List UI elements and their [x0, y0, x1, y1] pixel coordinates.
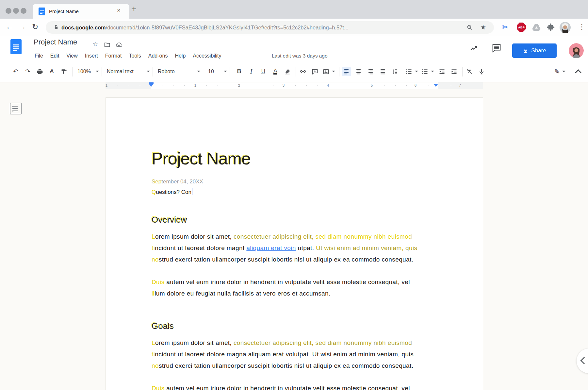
back-button[interactable]: ←: [6, 23, 13, 31]
adblock-extension-icon[interactable]: ABP: [517, 23, 526, 32]
show-outline-button[interactable]: [10, 103, 22, 114]
undo-button[interactable]: ↶: [11, 67, 20, 76]
document-title-field[interactable]: Project Name: [34, 38, 77, 46]
last-edit-link[interactable]: Last edit was 3 days ago: [272, 53, 328, 59]
zoom-select[interactable]: 100%: [75, 67, 101, 76]
new-tab-button[interactable]: +: [131, 4, 137, 14]
chevron-down-icon: [562, 71, 565, 72]
ruler-tick: [262, 85, 262, 86]
doc-link[interactable]: aliquam erat voin: [246, 245, 296, 251]
italic-button[interactable]: I: [247, 67, 256, 76]
paint-format-button[interactable]: [59, 67, 69, 76]
collapse-toolbar-button[interactable]: [574, 67, 583, 76]
menu-item-help[interactable]: Help: [171, 52, 189, 59]
ruler-tick: [218, 85, 218, 86]
doc-text-segment: L: [152, 339, 155, 346]
forward-button[interactable]: →: [19, 23, 26, 31]
menu-item-accessibility[interactable]: Accessibility: [189, 52, 225, 59]
menu-item-tools[interactable]: Tools: [125, 52, 144, 59]
reload-button[interactable]: ↻: [32, 23, 38, 31]
drive-extension-icon[interactable]: [532, 23, 541, 32]
right-indent-marker[interactable]: [433, 84, 438, 87]
align-justify-button[interactable]: [378, 67, 387, 76]
doc-text-segment: ncidunt ut laoreet dolore magnf: [155, 245, 246, 251]
star-document-icon[interactable]: ☆: [92, 40, 98, 48]
window-zoom-button[interactable]: [21, 8, 26, 14]
side-panel-open-button[interactable]: [577, 348, 588, 373]
ruler-tick: [384, 85, 384, 86]
increase-indent-button[interactable]: [449, 67, 459, 76]
insights-trending-icon[interactable]: [469, 44, 479, 53]
cloud-saved-icon[interactable]: [116, 42, 122, 48]
ruler-left-margin: [106, 82, 151, 89]
align-right-button[interactable]: [366, 67, 375, 76]
move-folder-icon[interactable]: [104, 42, 110, 48]
left-indent-marker[interactable]: [149, 82, 154, 87]
font-family-select[interactable]: Roboto: [155, 67, 202, 76]
ruler-number: 1: [194, 83, 196, 87]
browser-tab[interactable]: Project Name ×: [33, 4, 129, 19]
document-page[interactable]: Project Name September 04, 20XX Question…: [106, 97, 483, 390]
doc-text-segment: consectetuer adipiscing elit,: [234, 233, 316, 240]
paragraph-style-select[interactable]: Normal text: [104, 67, 152, 76]
browser-toolbar: ← → ↻ docs.google.com/document/d/1olcn-5…: [0, 19, 588, 36]
editing-mode-button[interactable]: ✎: [552, 67, 567, 76]
extensions-puzzle-icon[interactable]: [546, 23, 555, 32]
insert-image-button[interactable]: [322, 67, 335, 76]
zoom-out-icon[interactable]: [466, 24, 473, 31]
scissors-extension-icon[interactable]: ✂: [502, 23, 508, 32]
window-close-button[interactable]: [6, 8, 11, 14]
voice-typing-mic-button[interactable]: [477, 67, 486, 76]
ruler-number: 2: [238, 83, 240, 87]
ruler-tick: [406, 85, 407, 86]
ruler[interactable]: 11234567: [0, 82, 588, 89]
doc-line: tincidunt ut laoreet dolore magnf aliqua…: [152, 242, 438, 254]
highlight-color-button[interactable]: [283, 67, 292, 76]
address-bar[interactable]: docs.google.com/document/d/1olcn-5f897wu…: [46, 21, 494, 34]
add-comment-button[interactable]: [310, 67, 319, 76]
doc-text-segment: lum dolore eu feugiat nulla facilisis at…: [155, 290, 330, 297]
menu-item-addons[interactable]: Add-ons: [145, 52, 172, 59]
doc-text-segment: ti: [152, 351, 155, 358]
ruler-tick: [140, 85, 140, 86]
menu-item-edit[interactable]: Edit: [47, 52, 63, 59]
numbered-list-button[interactable]: [405, 67, 418, 76]
doc-section-overview: OverviewLorem ipsum dolor sit amet, cons…: [152, 214, 438, 299]
ruler-tick: [162, 85, 162, 86]
menu-item-file[interactable]: File: [31, 52, 47, 59]
menu-item-format[interactable]: Format: [102, 52, 125, 59]
line-spacing-button[interactable]: [390, 67, 399, 76]
menu-item-insert[interactable]: Insert: [81, 52, 102, 59]
bulleted-list-button[interactable]: [421, 67, 434, 76]
bold-button[interactable]: B: [235, 67, 244, 76]
account-avatar[interactable]: [569, 43, 584, 58]
ruler-number: 1: [106, 83, 107, 87]
docs-home-icon[interactable]: [10, 39, 22, 54]
align-center-button[interactable]: [354, 67, 363, 76]
redo-button[interactable]: ↷: [23, 67, 32, 76]
comments-icon[interactable]: [492, 43, 501, 53]
browser-tab-strip: Project Name × +: [0, 0, 588, 19]
insert-link-button[interactable]: [298, 67, 307, 76]
browser-menu-kebab-icon[interactable]: ⋮: [578, 23, 585, 31]
browser-profile-avatar[interactable]: [560, 22, 571, 33]
spellcheck-button[interactable]: A✓: [47, 67, 57, 76]
doc-section-goals: GoalsLorem ipsum dolor sit amet, consect…: [152, 320, 438, 390]
doc-line: Lorem ipsum dolor sit amet, consectetuer…: [152, 337, 438, 348]
doc-body[interactable]: Project Name September 04, 20XX Question…: [106, 98, 483, 390]
doc-paragraph: Duis autem vel eum iriure dolor in hendr…: [152, 276, 438, 299]
doc-line: tincidunt ut laoreet dolore magna aliqua…: [152, 348, 438, 360]
text-color-button[interactable]: A: [271, 67, 280, 76]
decrease-indent-button[interactable]: [437, 67, 447, 76]
tab-close-icon[interactable]: ×: [117, 7, 121, 14]
underline-button[interactable]: U: [259, 67, 268, 76]
clear-formatting-button[interactable]: [465, 67, 474, 76]
window-minimize-button[interactable]: [13, 8, 19, 14]
font-size-select[interactable]: 10: [205, 67, 229, 76]
doc-text-segment: strud exerci tation ullamcorper suscipit…: [159, 256, 413, 263]
align-left-button[interactable]: [342, 67, 351, 76]
print-button[interactable]: [35, 67, 44, 76]
share-button[interactable]: Share: [512, 43, 557, 58]
bookmark-star-icon[interactable]: ★: [480, 23, 486, 31]
menu-item-view[interactable]: View: [63, 52, 81, 59]
